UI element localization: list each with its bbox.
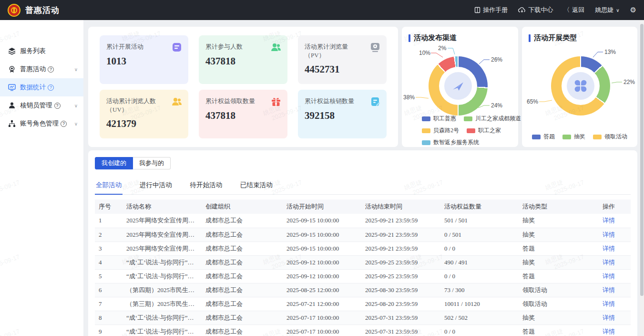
- help-icon[interactable]: ?: [61, 121, 67, 127]
- legend-item[interactable]: 抽奖: [562, 133, 585, 141]
- legend-item[interactable]: 职工普惠: [422, 115, 456, 123]
- detail-link[interactable]: 详情: [603, 300, 615, 307]
- legend-swatch: [422, 140, 430, 145]
- tab-ended[interactable]: 已结束活动: [239, 177, 274, 194]
- tab-all-activities[interactable]: 全部活动: [95, 177, 123, 195]
- clover-icon: [567, 72, 594, 100]
- detail-link[interactable]: 详情: [603, 259, 615, 266]
- chevron-down-icon: ∨: [74, 67, 78, 72]
- legend-item[interactable]: 答题: [532, 133, 555, 141]
- title-accent-bar: [409, 34, 410, 42]
- table-row: 22025年网络安全宣传周有奖答题…成都市总工会2025-09-15 10:00…: [95, 228, 631, 242]
- stat-card-benefits-verified: 累计权益核销数量 392158: [298, 90, 387, 138]
- sidebar: 服务列表 普惠活动 ? ∨ 数据统计 ? 核销员管理 ? ∨ 账号角色管理 ? …: [0, 20, 83, 336]
- union-logo-icon: [8, 4, 20, 17]
- help-icon[interactable]: ?: [54, 103, 61, 109]
- sidebar-item-data-statistics[interactable]: 数据统计 ?: [0, 78, 83, 96]
- user-name: 姚思婕: [595, 6, 613, 14]
- col-type: 活动类型: [519, 200, 599, 214]
- download-center-link[interactable]: 下载中心: [518, 6, 553, 14]
- user-icon: [8, 102, 16, 110]
- stat-card-uv: 活动累计浏览人数（UV） 421379: [100, 90, 188, 138]
- detail-link[interactable]: 详情: [603, 231, 615, 238]
- user-menu[interactable]: 姚思婕 ∨: [595, 6, 619, 14]
- title-accent-bar: [529, 34, 531, 42]
- legend-item[interactable]: 贝森路2号: [422, 126, 459, 135]
- back-button[interactable]: 〈 返回: [563, 6, 584, 14]
- sidebar-item-puhui-activity[interactable]: 普惠活动 ? ∨: [0, 60, 83, 78]
- tab-not-started[interactable]: 待开始活动: [189, 177, 224, 194]
- channel-donut-chart[interactable]: [429, 56, 488, 116]
- table-row: 6（第四期）2025市民生实事向新…成都市总工会2025-08-25 12:00…: [95, 283, 631, 297]
- table-row: 4“成‘工’说法·与你同行”法律知识…成都市总工会2025-09-12 10:0…: [95, 255, 631, 269]
- sidebar-item-account-role-management[interactable]: 账号角色管理 ? ∨: [0, 115, 83, 133]
- paper-plane-icon: [444, 72, 472, 100]
- manual-book-icon: [474, 7, 480, 13]
- activity-table-panel: 我创建的 我参与的 全部活动 进行中活动 待开始活动 已结束活动 序号 活动名称…: [88, 150, 637, 336]
- col-start: 活动开始时间: [283, 200, 361, 214]
- top-header: 普惠活动 操作手册 下载中心 〈 返回 姚思婕 ∨ ⚙: [0, 0, 644, 20]
- sidebar-item-service-list[interactable]: 服务列表: [0, 42, 83, 60]
- tab-in-progress[interactable]: 进行中活动: [139, 177, 173, 194]
- table-row: 8“成‘工’说法·与你同行”法律知识…成都市总工会2025-07-17 10:0…: [95, 311, 631, 325]
- legend-swatch: [467, 128, 475, 133]
- table-row: 9“成‘工’说法·与你同行”法律知识…成都市总工会2025-07-17 10:0…: [95, 325, 631, 336]
- legend-swatch: [422, 128, 430, 133]
- legend-swatch: [422, 116, 430, 121]
- pct-label: 65%: [527, 98, 538, 105]
- page-scrollbar[interactable]: [640, 20, 644, 336]
- camera-icon: [369, 42, 381, 53]
- legend-swatch: [593, 135, 602, 139]
- detail-link[interactable]: 详情: [603, 217, 615, 224]
- chart-title: 活动发布渠道: [402, 27, 518, 42]
- pct-label: 10%: [419, 50, 430, 56]
- org-chart-icon: [8, 120, 16, 128]
- gift-icon: [270, 96, 282, 107]
- detail-link[interactable]: 详情: [603, 314, 615, 321]
- chevron-down-icon: ∨: [616, 8, 619, 13]
- col-end: 活动结束时间: [361, 200, 440, 214]
- people-icon: [270, 42, 282, 53]
- col-action: 操作: [599, 200, 631, 214]
- table-header-row: 序号 活动名称 创建组织 活动开始时间 活动结束时间 活动权益数量 活动类型 操…: [95, 200, 631, 214]
- col-name: 活动名称: [123, 200, 202, 214]
- chart-title: 活动开展类型: [522, 27, 637, 42]
- col-org: 创建组织: [202, 200, 283, 214]
- chart-monitor-icon: [8, 84, 16, 92]
- layers-icon: [8, 47, 16, 55]
- stats-summary-panel: 累计开展活动 1013 累计参与人数 437818 活动累计浏览量（PV） 44…: [88, 27, 398, 147]
- detail-link[interactable]: 详情: [603, 286, 615, 294]
- tab-participated[interactable]: 我参与的: [133, 157, 171, 169]
- help-icon[interactable]: ?: [48, 66, 54, 73]
- legend-item[interactable]: 职工之家: [467, 126, 501, 135]
- table-row: 7（第三期）2025市民生实事向新…成都市总工会2025-07-21 12:00…: [95, 297, 631, 311]
- sidebar-item-verifier-management[interactable]: 核销员管理 ? ∨: [0, 96, 83, 115]
- archive-box-icon: [171, 42, 183, 53]
- col-index: 序号: [95, 200, 123, 214]
- pct-label: 2%: [438, 45, 446, 52]
- table-row: 12025年网络安全宣传周有奖答题…成都市总工会2025-09-15 10:00…: [95, 214, 631, 228]
- type-chart-panel: 活动开展类型 13% 22% 65% 答题 抽奖 领取活动: [522, 27, 637, 147]
- detail-link[interactable]: 详情: [603, 245, 615, 252]
- chevron-down-icon: ∨: [74, 103, 78, 108]
- legend-item[interactable]: 领取活动: [593, 133, 627, 141]
- legend-swatch: [532, 135, 541, 139]
- type-donut-chart[interactable]: [551, 56, 610, 116]
- channel-chart-panel: 活动发布渠道 26% 24% 38% 10% 2% 职工普惠 川工之家成都频道 …: [402, 27, 518, 147]
- legend-item[interactable]: 川工之家成都频道: [464, 115, 521, 123]
- pct-label: 38%: [403, 94, 415, 101]
- scrollbar-thumb[interactable]: [640, 24, 644, 296]
- legend-swatch: [464, 116, 472, 121]
- tab-created-by-me[interactable]: 我创建的: [95, 157, 133, 169]
- manual-link[interactable]: 操作手册: [474, 6, 508, 14]
- settings-gear-icon[interactable]: ⚙: [630, 6, 636, 14]
- detail-link[interactable]: 详情: [603, 273, 615, 280]
- pct-label: 22%: [624, 79, 635, 85]
- back-chevron-icon: 〈: [563, 6, 570, 14]
- help-icon[interactable]: ?: [48, 84, 54, 91]
- legend-item[interactable]: 数智返乡服务系统: [422, 138, 479, 147]
- detail-link[interactable]: 详情: [603, 328, 615, 335]
- chevron-down-icon: ∨: [74, 121, 78, 126]
- stat-card-pv: 活动累计浏览量（PV） 4452731: [298, 35, 387, 84]
- stat-card-total-activities: 累计开展活动 1013: [100, 35, 188, 84]
